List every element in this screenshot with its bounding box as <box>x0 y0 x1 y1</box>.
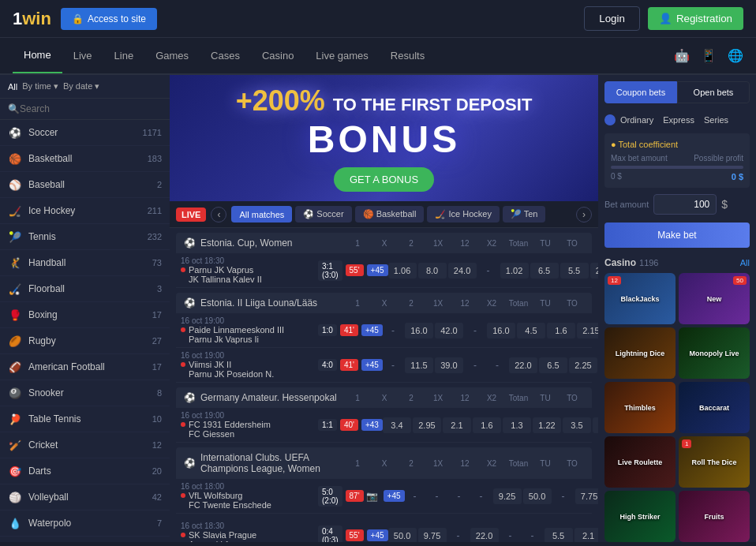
sidebar-sport-item[interactable]: 🎱 Snooker 8 <box>0 380 170 406</box>
odd-button[interactable]: 9.75 <box>418 528 447 543</box>
odd-button[interactable]: 2.25 <box>569 357 597 373</box>
nav-live-games[interactable]: Live games <box>305 39 379 73</box>
casino-card[interactable]: BlackJacks 12 <box>604 273 676 324</box>
odd-button[interactable]: 1.3 <box>503 417 531 433</box>
filter-by-time[interactable]: By time ▾ <box>22 81 58 92</box>
access-to-site-button[interactable]: 🔒 Access to site <box>61 8 157 30</box>
odd-button[interactable]: 3.5 <box>563 417 591 433</box>
nav-home[interactable]: Home <box>13 38 62 73</box>
sidebar-sport-item[interactable]: ⚾ Baseball 2 <box>0 172 170 198</box>
odd-button[interactable]: 50.0 <box>523 488 552 504</box>
make-bet-button[interactable]: Make bet <box>604 223 750 248</box>
live-basketball[interactable]: 🏀 Basketball <box>355 206 425 223</box>
odd-button[interactable]: 39.0 <box>435 357 463 373</box>
odd-button[interactable]: 42.0 <box>435 323 463 338</box>
odd-button[interactable]: 3.4 <box>383 417 411 433</box>
nav-results[interactable]: Results <box>380 39 436 73</box>
odd-button[interactable]: 11.5 <box>405 357 433 373</box>
open-bets-tab[interactable]: Open bets <box>677 81 750 103</box>
live-soccer[interactable]: ⚽ Soccer <box>295 206 351 223</box>
sidebar-sport-item[interactable]: 🤾 Handball 73 <box>0 250 170 276</box>
live-all-matches[interactable]: All matches <box>231 206 292 223</box>
sidebar-sport-item[interactable]: 🏑 Floorball 3 <box>0 276 170 302</box>
sidebar-sport-item[interactable]: 🏏 Cricket 12 <box>0 432 170 458</box>
odd-button[interactable]: 2.2 <box>593 417 598 433</box>
odd-button[interactable]: 2.15 <box>577 323 598 338</box>
language-icon[interactable]: 🌐 <box>728 48 743 63</box>
odd-button[interactable]: 1.06 <box>388 263 417 279</box>
sidebar-sport-item[interactable]: ⚽ Soccer 1171 <box>0 120 170 146</box>
sidebar-sport-item[interactable]: 🎾 Tennis 232 <box>0 224 170 250</box>
get-bonus-button[interactable]: GET A BONUS <box>334 167 434 192</box>
match-plus-odds[interactable]: +45 <box>384 490 405 502</box>
casino-card[interactable]: Roll The Dice 1 <box>679 436 750 488</box>
odd-button[interactable]: 1.6 <box>473 417 501 433</box>
odd-button[interactable]: 4.5 <box>517 323 545 338</box>
casino-card[interactable]: Baccarat <box>679 382 750 433</box>
ordinary-radio[interactable] <box>604 114 616 125</box>
odd-button[interactable]: 8.0 <box>418 263 447 279</box>
live-ice-hockey[interactable]: 🏒 Ice Hockey <box>427 206 499 223</box>
nav-live[interactable]: Live <box>62 39 103 73</box>
match-plus-odds[interactable]: +45 <box>361 324 383 336</box>
odd-button[interactable]: 1.22 <box>533 417 561 433</box>
search-input[interactable] <box>20 103 162 114</box>
login-button[interactable]: Login <box>584 6 640 31</box>
nav-line[interactable]: Line <box>103 39 145 73</box>
registration-button[interactable]: 👤 Registration <box>648 7 743 30</box>
odd-button[interactable]: 7.75 <box>575 488 598 504</box>
android-icon[interactable]: 🤖 <box>674 48 690 63</box>
bet-amount-input[interactable] <box>653 194 717 215</box>
odd-button[interactable]: 2.1 <box>574 528 598 543</box>
mobile-icon[interactable]: 📱 <box>701 48 717 63</box>
filter-by-date[interactable]: By date ▾ <box>63 81 99 92</box>
live-prev-button[interactable]: ‹ <box>211 207 226 223</box>
odd-button[interactable]: 50.0 <box>388 528 417 543</box>
sidebar-sport-item[interactable]: 🏓 Table Tennis 10 <box>0 406 170 432</box>
casino-card[interactable]: Live Roulette <box>604 436 676 488</box>
odd-button[interactable]: 6.5 <box>530 263 559 279</box>
odd-button[interactable]: 2.15 <box>590 263 598 279</box>
odd-button[interactable]: 2.95 <box>413 417 441 433</box>
casino-card[interactable]: New 50 <box>679 273 750 324</box>
sidebar-sport-item[interactable]: 🏐 Volleyball 42 <box>0 484 170 510</box>
nav-cases[interactable]: Cases <box>200 39 251 73</box>
sidebar-sport-item[interactable]: 🥊 Boxing 17 <box>0 302 170 328</box>
odd-button[interactable]: 1.02 <box>500 263 529 279</box>
sidebar-sport-item[interactable]: ⚽ Futsal 2 <box>0 537 170 542</box>
match-plus-odds[interactable]: +45 <box>361 359 383 371</box>
casino-card[interactable]: High Striker <box>604 491 676 542</box>
odd-button[interactable]: 1.6 <box>547 323 575 338</box>
sidebar-sport-item[interactable]: 🏒 Ice Hockey 211 <box>0 198 170 224</box>
casino-card[interactable]: Monopoly Live <box>679 327 750 379</box>
odd-button[interactable]: 2.1 <box>443 417 471 433</box>
live-next-button[interactable]: › <box>576 207 592 223</box>
filter-all[interactable]: All <box>8 82 17 92</box>
odd-button[interactable]: 22.0 <box>470 528 499 543</box>
odd-button[interactable]: 22.0 <box>509 357 537 373</box>
casino-all-link[interactable]: All <box>740 258 750 267</box>
nav-casino[interactable]: Casino <box>251 39 305 73</box>
nav-games[interactable]: Games <box>144 39 200 73</box>
sidebar-sport-item[interactable]: 🏀 Basketball 183 <box>0 146 170 172</box>
match-plus-odds[interactable]: +45 <box>367 264 388 276</box>
match-plus-odds[interactable]: +43 <box>361 419 383 431</box>
casino-card[interactable]: Lightning Dice <box>604 327 676 379</box>
sidebar-sport-item[interactable]: 🎯 Darts 20 <box>0 458 170 484</box>
sidebar-sport-item[interactable]: 💧 Waterpolo 7 <box>0 510 170 537</box>
odd-button[interactable]: 16.0 <box>405 323 433 338</box>
odd-button[interactable]: 6.5 <box>539 357 567 373</box>
odd-button[interactable]: 9.25 <box>493 488 522 504</box>
odd-dash: - <box>465 325 485 336</box>
live-tennis[interactable]: 🎾 Ten <box>503 206 546 223</box>
coupon-bets-tab[interactable]: Coupon bets <box>604 81 677 103</box>
sidebar-sport-item[interactable]: 🏉 Rugby 27 <box>0 328 170 354</box>
sidebar-sport-item[interactable]: 🏈 American Football 17 <box>0 354 170 380</box>
odd-button[interactable]: 24.0 <box>448 263 477 279</box>
casino-card[interactable]: Fruits <box>679 491 750 542</box>
match-plus-odds[interactable]: +45 <box>367 529 388 541</box>
casino-card[interactable]: Thimbles <box>604 382 676 433</box>
odd-button[interactable]: 5.5 <box>560 263 589 279</box>
odd-button[interactable]: 5.5 <box>545 528 573 543</box>
odd-button[interactable]: 16.0 <box>487 323 515 338</box>
